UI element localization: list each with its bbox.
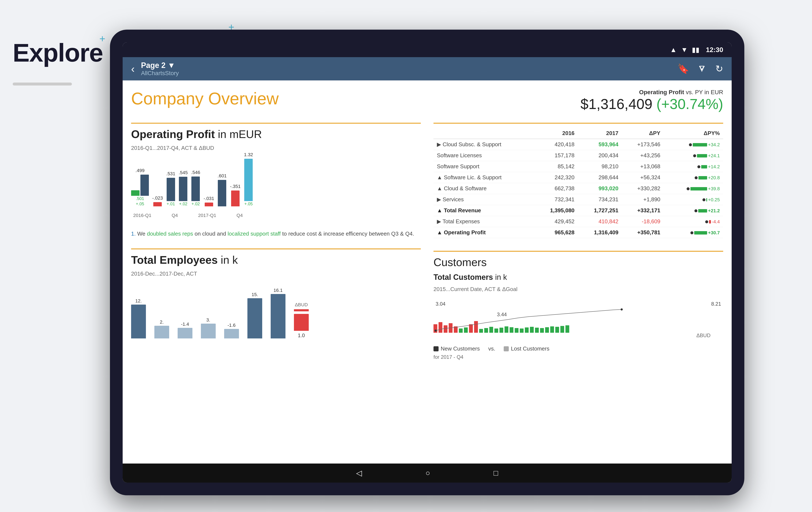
filter-icon[interactable]: ⛛ — [698, 63, 707, 74]
explore-label: Explore — [13, 38, 103, 67]
op-section-title: Operating Profit in mEUR — [131, 128, 421, 140]
legend-new-label: New Customers — [441, 345, 480, 352]
narrative-num: 1. — [131, 231, 136, 237]
profit-pct: (+30.74%) — [656, 96, 723, 112]
spark-bar: +0.25 — [702, 197, 720, 203]
op-section-subtitle: 2016-Q1...2017-Q4, ACT & ΔBUD — [131, 145, 421, 151]
spark-bar: -4.4 — [705, 219, 720, 224]
back-nav-icon[interactable]: ◁ — [356, 468, 362, 478]
cell-label: Software Licenses — [434, 150, 534, 161]
narrative-link-sales: doubled sales reps — [147, 231, 193, 237]
bar-group-545: .545 +.02 — [179, 170, 188, 206]
spark-dot — [690, 231, 693, 234]
cell-label: ▲ Operating Profit — [434, 227, 534, 238]
bar-group-q1-2016: .499 .501 +.05 — [131, 168, 149, 206]
back-button[interactable]: ‹ — [131, 63, 135, 75]
cell-dpypct: +21.2 — [664, 205, 723, 216]
cell-label: ▲ Software Lic. & Support — [434, 172, 534, 183]
cell-2017: 1,316,409 — [578, 227, 622, 238]
table-row: ▶ Total Expenses 429,452 410,842 -18,609… — [434, 216, 723, 227]
cell-2017: 734,231 — [578, 194, 622, 205]
col-2016: 2016 — [534, 128, 578, 139]
recent-nav-icon[interactable]: □ — [494, 468, 498, 478]
bar-accent-132 — [244, 159, 253, 201]
cell-2017: 993,020 — [578, 183, 622, 194]
page-title: Page 2 ▼ — [141, 61, 179, 70]
legend-lost-label: Lost Customers — [511, 345, 549, 352]
cell-dpypct: +14.2 — [664, 161, 723, 172]
legend-lost-dot — [504, 346, 509, 351]
battery-icon: ▮▮ — [692, 46, 699, 54]
spark-bar: +24.1 — [693, 153, 720, 159]
hbar-light-2 — [154, 326, 169, 339]
cell-2017: 410,842 — [578, 216, 622, 227]
hbar-dark-12 — [131, 304, 146, 339]
cell-dpy: +43,256 — [622, 150, 664, 161]
bar-red-neg1 — [153, 202, 162, 206]
spark-seg — [706, 198, 707, 201]
refresh-icon[interactable]: ↻ — [715, 63, 723, 74]
cell-2016: 1,395,080 — [534, 205, 578, 216]
spark-bar: +14.2 — [697, 164, 720, 169]
cell-dpy: +350,781 — [622, 227, 664, 238]
svg-point-0 — [435, 329, 437, 332]
cell-2016: 85,142 — [534, 161, 578, 172]
spark-label: -4.4 — [712, 219, 720, 224]
customers-section: Customers Total Customers in k 2015...Cu… — [434, 251, 723, 360]
cell-dpypct: +39.8 — [664, 183, 723, 194]
hbar-light-neg14 — [178, 328, 193, 339]
cell-dpypct: +20.8 — [664, 172, 723, 183]
spark-dot — [697, 165, 700, 168]
cell-dpy: +56,324 — [622, 172, 664, 183]
legend-vs: vs. — [488, 345, 495, 352]
plus-icon-1: + — [99, 33, 105, 45]
table-row: Software Support 85,142 98,210 +13,068 +… — [434, 161, 723, 172]
bar-dark-531 — [167, 178, 175, 201]
bar-group-neg2: -.031 — [204, 196, 214, 206]
bookmark-icon[interactable]: 🔖 — [677, 63, 689, 74]
cell-label: Software Support — [434, 161, 534, 172]
spark-seg — [690, 187, 707, 190]
signal-icon: ▲ — [670, 46, 677, 54]
hbar-dark-15 — [248, 298, 262, 339]
cell-2017: 98,210 — [578, 161, 622, 172]
narrative-link-support: localized support staff — [228, 231, 281, 237]
main-content[interactable]: Company Overview Operating Profit vs. PY… — [123, 80, 732, 463]
right-column: 2016 2017 ΔPY ΔPY% ▶ Cloud Subsc. & Supp… — [434, 123, 723, 360]
android-nav-bar: ◁ ○ □ — [123, 463, 732, 483]
wifi-icon: ▼ — [681, 46, 688, 54]
cell-dpypct: +0.25 — [664, 194, 723, 205]
operating-profit-section: Operating Profit in mEUR 2016-Q1...2017-… — [131, 123, 421, 360]
spark-seg — [701, 165, 707, 168]
bar-group-neg1: -.023 — [152, 195, 163, 206]
bar-group-132: 1.32 +.05 — [244, 152, 253, 206]
operating-profit-chart: .499 .501 +.05 -.023 — [131, 158, 421, 225]
app-header: ‹ Page 2 ▼ AllChartsStory 🔖 ⛛ ↻ — [123, 57, 732, 80]
customers-chart: 3.04 3.44 8.21 — [434, 299, 723, 341]
spark-dot — [689, 143, 692, 146]
table-row: ▲ Software Lic. & Support 242,320 298,64… — [434, 172, 723, 183]
status-bar: ▲ ▼ ▮▮ 12:30 — [123, 42, 732, 57]
bar-group-546: .546 +.02 — [191, 170, 200, 206]
cell-dpypct: +30.7 — [664, 227, 723, 238]
table-row: ▶ Cloud Subsc. & Support 420,418 593,964… — [434, 139, 723, 150]
status-time: 12:30 — [706, 46, 723, 54]
spark-seg — [694, 231, 707, 235]
tablet-device: ▲ ▼ ▮▮ 12:30 ‹ Page 2 ▼ AllChartsStory 🔖… — [110, 30, 744, 495]
page-label[interactable]: Page 2 ▼ — [141, 61, 175, 70]
bar-dark-q1 — [140, 174, 149, 196]
hbar-12: 12. — [131, 298, 146, 339]
hbar-light-neg16 — [224, 329, 239, 339]
cell-dpypct: +24.1 — [664, 150, 723, 161]
home-nav-icon[interactable]: ○ — [426, 468, 430, 478]
col-dpypct: ΔPY% — [664, 128, 723, 139]
hbar-161: 16.1 — [271, 288, 286, 339]
scrollbar-hint — [13, 83, 72, 85]
cell-label: ▶ Total Expenses — [434, 216, 534, 227]
op-section-border: Operating Profit in mEUR 2016-Q1...2017-… — [131, 123, 421, 151]
cell-2017: 593,964 — [578, 139, 622, 150]
cell-label: ▶ Cloud Subsc. & Support — [434, 139, 534, 150]
cell-dpy: -18,609 — [622, 216, 664, 227]
spark-dot — [694, 209, 697, 212]
col-2017: 2017 — [578, 128, 622, 139]
